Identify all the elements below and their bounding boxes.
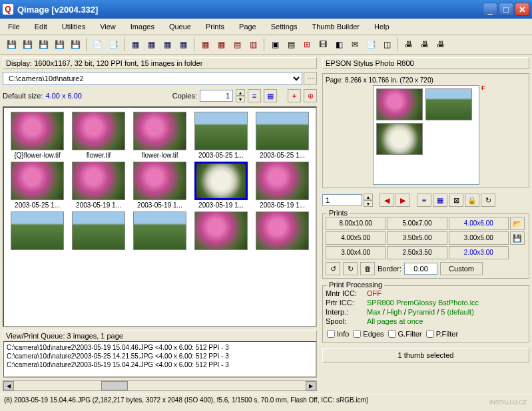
queue-list[interactable]: C:\camera\10d\nature2\2003-05-19 15.04.4… [3, 341, 316, 377]
prev-page-icon[interactable]: ◀ [380, 194, 394, 207]
custom-button[interactable]: Custom [440, 262, 483, 275]
thumb-10[interactable] [11, 211, 64, 250]
check-pfilter[interactable]: P.Filter [426, 330, 458, 338]
border-input[interactable] [404, 263, 437, 275]
print-size-350x500[interactable]: 3.50x5.00 [387, 231, 447, 245]
tb-print-setup-icon[interactable]: 🖶 [401, 37, 416, 52]
scroll-right-icon[interactable]: ▶ [306, 381, 316, 390]
spool-value[interactable]: All pages at once [367, 317, 423, 325]
tb-print2-icon[interactable]: 🖶 [433, 37, 448, 52]
print-size-300x400[interactable]: 3.00x4.00 [326, 246, 386, 259]
menu-thumb-builder[interactable]: Thumb Builder [310, 21, 363, 32]
queue-item-2[interactable]: C:\camera\10d\nature2\2003-05-19 15.04.2… [5, 360, 314, 369]
tb-print-icon[interactable]: 🖶 [417, 37, 432, 52]
menu-queue[interactable]: Queue [166, 21, 194, 32]
layout-list-icon[interactable]: ≡ [417, 194, 431, 207]
add-button[interactable]: + [288, 89, 301, 102]
tb-grid3-icon[interactable]: ▦ [160, 37, 174, 52]
layout-grid-icon[interactable]: ▦ [433, 194, 447, 207]
thumb-1[interactable] [72, 112, 125, 150]
thumb-14[interactable] [256, 211, 309, 250]
menu-edit[interactable]: Edit [32, 21, 50, 32]
tb-page-icon[interactable]: 📄 [90, 37, 105, 52]
check-gfilter[interactable]: G.Filter [388, 330, 422, 338]
scroll-left-icon[interactable]: ◀ [3, 381, 14, 390]
thumb-2[interactable] [133, 112, 186, 150]
tb-disk2-icon[interactable]: 💾 [52, 37, 67, 52]
menu-images[interactable]: Images [128, 21, 157, 32]
tb-grid2-icon[interactable]: ▦ [144, 37, 158, 52]
print-size-400x500[interactable]: 4.00x5.00 [326, 231, 386, 245]
tb-tool5-icon[interactable]: ◧ [332, 37, 346, 52]
mntr-value[interactable]: OFF [367, 289, 382, 297]
path-dropdown[interactable]: C:\camera\10d\nature2 [3, 72, 302, 85]
print-size-400x600[interactable]: 4.00x6.00 [449, 217, 509, 230]
page-number-input[interactable] [322, 194, 362, 206]
copies-down[interactable]: ▼ [236, 96, 245, 102]
tb-disk3-icon[interactable]: 💾 [68, 37, 83, 52]
open-icon[interactable]: 📂 [510, 217, 525, 230]
refresh-icon[interactable]: ↻ [481, 194, 495, 207]
print-size-500x700[interactable]: 5.00x7.00 [387, 217, 447, 230]
prtr-value[interactable]: SPR800 PremGlossy BstPhoto.icc [367, 299, 479, 307]
page-down[interactable]: ▼ [364, 200, 373, 207]
rotate-ccw-icon[interactable]: ↺ [326, 262, 340, 275]
menu-utilities[interactable]: Utilities [59, 21, 88, 32]
layout-del-icon[interactable]: ⊠ [449, 194, 463, 207]
tb-gridred1-icon[interactable]: ▦ [198, 37, 212, 52]
thumb-9[interactable] [256, 162, 309, 200]
thumb-13[interactable] [194, 211, 248, 250]
queue-scrollbar[interactable]: ◀ ▶ [3, 380, 317, 391]
print-size-800x1000[interactable]: 8.00x10.00 [326, 217, 386, 230]
maximize-button[interactable]: □ [499, 3, 513, 16]
menu-page[interactable]: Page [236, 21, 259, 32]
browse-button[interactable]: ⋯ [304, 72, 317, 85]
thumb-8[interactable] [194, 162, 248, 200]
tb-grid1-icon[interactable]: ▦ [128, 37, 142, 52]
default-size-value[interactable]: 4.00 x 6.00 [46, 92, 82, 100]
menu-settings[interactable]: Settings [268, 21, 300, 32]
add-page-button[interactable]: ⊕ [304, 89, 317, 102]
thumb-5[interactable] [11, 162, 64, 200]
copies-input[interactable] [200, 90, 233, 102]
print-size-250x350[interactable]: 2.50x3.50 [387, 246, 447, 259]
menu-view[interactable]: View [97, 21, 119, 32]
tb-tool2-icon[interactable]: ▤ [284, 37, 298, 52]
tb-copy2-icon[interactable]: 📑 [364, 37, 378, 52]
tb-film-icon[interactable]: 🎞 [316, 37, 330, 52]
copies-up[interactable]: ▲ [236, 89, 245, 96]
menu-help[interactable]: Help [372, 21, 392, 32]
tb-mail-icon[interactable]: ✉ [348, 37, 362, 52]
tb-gridred4-icon[interactable]: ▥ [246, 37, 260, 52]
rotate-cw-icon[interactable]: ↻ [343, 262, 358, 275]
view-grid-icon[interactable]: ▦ [264, 89, 277, 102]
thumb-7[interactable] [133, 162, 186, 200]
thumb-4[interactable] [256, 112, 309, 150]
print-size-200x300[interactable]: 2.00x3.00 [449, 246, 509, 259]
tb-disk-icon[interactable]: 💾 [36, 37, 51, 52]
tb-copy-icon[interactable]: 📑 [106, 37, 121, 52]
thumb-0[interactable] [11, 112, 64, 150]
close-button[interactable]: ✕ [515, 3, 529, 16]
tb-tool1-icon[interactable]: ▣ [268, 37, 282, 52]
view-list-icon[interactable]: ≡ [248, 89, 261, 102]
menu-prints[interactable]: Prints [203, 21, 227, 32]
page-up[interactable]: ▲ [364, 194, 373, 200]
thumbs-area[interactable]: {Q}flower-low.tifflower.tifflower-low.ti… [3, 106, 317, 327]
tb-save-red-icon[interactable]: 💾 [4, 37, 19, 52]
lock-icon[interactable]: 🔒 [465, 194, 479, 207]
trash-icon[interactable]: 🗑 [360, 262, 375, 275]
tb-gridred2-icon[interactable]: ▦ [214, 37, 228, 52]
queue-item-1[interactable]: C:\camera\10d\nature2\2003-05-25 14.21.5… [5, 352, 314, 360]
tb-save-icon[interactable]: 💾 [20, 37, 35, 52]
print-size-300x500[interactable]: 3.00x5.00 [449, 231, 509, 245]
thumb-11[interactable] [72, 211, 125, 250]
minimize-button[interactable]: _ [483, 3, 497, 16]
tb-grid4-icon[interactable]: ▦ [176, 37, 190, 52]
check-info[interactable]: Info [327, 330, 349, 338]
check-edges[interactable]: Edges [353, 330, 384, 338]
tb-tool8-icon[interactable]: ◫ [380, 37, 394, 52]
interp-values[interactable]: Max / High / Pyramid / 5 (default) [367, 308, 474, 316]
page-preview[interactable]: F [373, 85, 479, 185]
thumb-3[interactable] [194, 112, 248, 150]
